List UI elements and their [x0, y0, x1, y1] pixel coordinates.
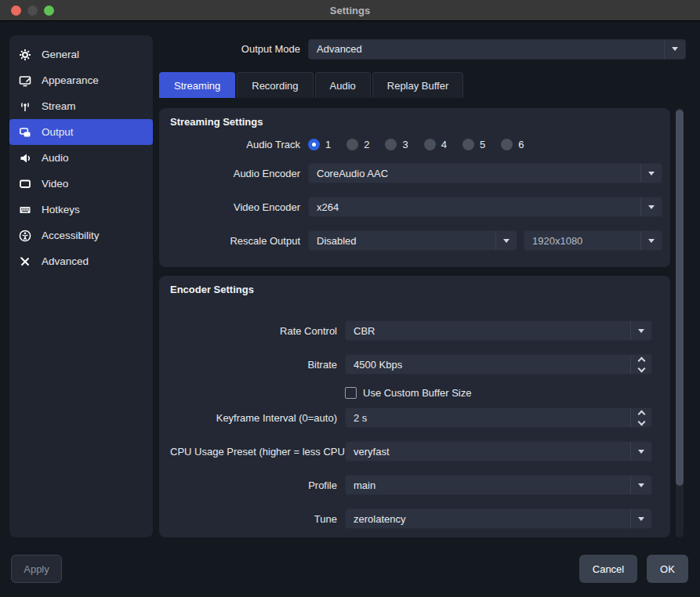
sidebar-item-output[interactable]: Output: [9, 119, 153, 145]
output-mode-row: Output Mode Advanced: [159, 38, 686, 60]
tab-replay-buffer[interactable]: Replay Buffer: [372, 72, 464, 98]
audio-track-option-3[interactable]: 3: [385, 139, 408, 150]
apply-button[interactable]: Apply: [11, 555, 62, 583]
chevron-down-icon: [648, 172, 655, 175]
chevron-down-icon: [638, 483, 644, 487]
cancel-button[interactable]: Cancel: [579, 555, 637, 583]
sidebar-item-stream[interactable]: Stream: [9, 93, 153, 119]
dropdown-arrow-button[interactable]: [640, 197, 662, 216]
cpu-preset-dropdown[interactable]: veryfast: [345, 441, 652, 461]
video-encoder-row: Video Encoder x264: [170, 197, 662, 217]
ok-button[interactable]: OK: [647, 555, 688, 583]
output-icon: [19, 126, 31, 139]
rescale-mode-dropdown[interactable]: Disabled: [308, 230, 517, 251]
sidebar-item-hotkeys[interactable]: Hotkeys: [9, 197, 153, 223]
audio-encoder-row: Audio Encoder CoreAudio AAC: [170, 163, 662, 183]
monitor-icon: [19, 178, 31, 190]
settings-sidebar: General Appearance Stream Output Audio V…: [9, 35, 153, 537]
accessibility-icon: [19, 230, 31, 242]
audio-track-option-6[interactable]: 6: [501, 139, 524, 150]
rescale-output-label: Rescale Output: [170, 235, 300, 247]
audio-track-label: Audio Track: [170, 139, 300, 150]
audio-track-option-1[interactable]: 1: [308, 139, 331, 150]
output-mode-value: Advanced: [309, 43, 664, 55]
traffic-lights: [11, 5, 54, 16]
audio-track-option-4[interactable]: 4: [424, 139, 447, 150]
scrollbar-thumb[interactable]: [676, 110, 684, 486]
sidebar-item-general[interactable]: General: [9, 42, 153, 67]
profile-label: Profile: [170, 479, 337, 491]
speaker-icon: [19, 152, 31, 165]
window-title: Settings: [330, 5, 370, 16]
tab-recording[interactable]: Recording: [237, 72, 313, 98]
sidebar-item-label: Appearance: [42, 74, 99, 86]
section-title: Streaming Settings: [170, 116, 263, 128]
dropdown-arrow-button[interactable]: [664, 40, 685, 59]
dropdown-arrow-button[interactable]: [630, 476, 651, 494]
rate-control-label: Rate Control: [170, 325, 337, 337]
output-tabs: Streaming Recording Audio Replay Buffer: [159, 72, 463, 98]
sidebar-item-label: Output: [42, 126, 74, 138]
spinner-buttons[interactable]: [630, 408, 651, 427]
audio-track-option-2[interactable]: 2: [346, 139, 369, 150]
audio-track-option-5[interactable]: 5: [462, 139, 485, 150]
close-window-button[interactable]: [11, 5, 21, 16]
streaming-settings-pane: Streaming Settings Audio Track 1 2 3 4 5…: [159, 108, 670, 267]
radio-off-icon: [424, 139, 436, 150]
radio-off-icon: [462, 139, 474, 150]
antenna-icon: [19, 100, 31, 113]
bitrate-spinner[interactable]: 4500 Kbps: [345, 354, 652, 374]
output-mode-dropdown[interactable]: Advanced: [308, 39, 686, 60]
custom-buffer-checkbox-row[interactable]: Use Custom Buffer Size: [345, 385, 471, 400]
titlebar: Settings: [0, 0, 700, 21]
chevron-down-icon: [648, 239, 655, 243]
chevron-down-icon: [638, 329, 644, 333]
keyframe-interval-label: Keyframe Interval (0=auto): [170, 412, 337, 424]
keyframe-interval-row: Keyframe Interval (0=auto) 2 s: [170, 407, 652, 428]
rescale-resolution-dropdown[interactable]: 1920x1080: [524, 230, 662, 251]
zoom-window-button[interactable]: [44, 5, 54, 16]
bitrate-label: Bitrate: [170, 359, 337, 371]
chevron-up-icon: [637, 410, 645, 418]
audio-track-row: Audio Track 1 2 3 4 5 6: [170, 134, 539, 154]
video-encoder-dropdown[interactable]: x264: [308, 197, 662, 217]
rate-control-dropdown[interactable]: CBR: [345, 320, 652, 341]
profile-dropdown[interactable]: main: [345, 475, 652, 495]
chevron-down-icon: [672, 47, 678, 51]
sidebar-item-label: Audio: [42, 152, 69, 164]
output-mode-label: Output Mode: [159, 43, 300, 55]
dropdown-arrow-button[interactable]: [495, 231, 517, 250]
sidebar-item-label: Hotkeys: [42, 204, 80, 215]
profile-row: Profile main: [170, 475, 652, 495]
keyframe-interval-spinner[interactable]: 2 s: [345, 407, 652, 428]
dropdown-arrow-button[interactable]: [640, 164, 662, 183]
tools-icon: [19, 255, 31, 268]
sidebar-item-label: Stream: [42, 100, 76, 112]
sidebar-item-label: Video: [42, 178, 68, 190]
checkbox-unchecked-icon[interactable]: [345, 387, 357, 399]
dropdown-arrow-button[interactable]: [630, 442, 651, 461]
sidebar-item-video[interactable]: Video: [9, 171, 153, 197]
dropdown-arrow-button[interactable]: [630, 509, 651, 528]
chevron-down-icon: [503, 239, 510, 243]
sidebar-item-accessibility[interactable]: Accessibility: [9, 223, 153, 248]
dropdown-arrow-button[interactable]: [640, 231, 662, 250]
gear-icon: [19, 49, 31, 61]
chevron-down-icon: [648, 205, 655, 209]
tab-streaming[interactable]: Streaming: [159, 72, 235, 98]
tune-label: Tune: [170, 513, 337, 525]
cpu-preset-row: CPU Usage Preset (higher = less CPU) ver…: [170, 441, 652, 461]
audio-track-radios: 1 2 3 4 5 6: [308, 139, 539, 150]
radio-off-icon: [346, 139, 358, 150]
sidebar-item-audio[interactable]: Audio: [9, 145, 153, 171]
tab-audio[interactable]: Audio: [315, 72, 371, 98]
spinner-buttons[interactable]: [630, 355, 651, 374]
sidebar-item-appearance[interactable]: Appearance: [9, 67, 153, 93]
rate-control-row: Rate Control CBR: [170, 320, 652, 341]
radio-off-icon: [385, 139, 397, 150]
scrollbar-track[interactable]: [676, 108, 684, 537]
audio-encoder-dropdown[interactable]: CoreAudio AAC: [308, 163, 662, 183]
tune-dropdown[interactable]: zerolatency: [345, 508, 652, 529]
sidebar-item-advanced[interactable]: Advanced: [9, 248, 153, 274]
dropdown-arrow-button[interactable]: [630, 321, 651, 340]
